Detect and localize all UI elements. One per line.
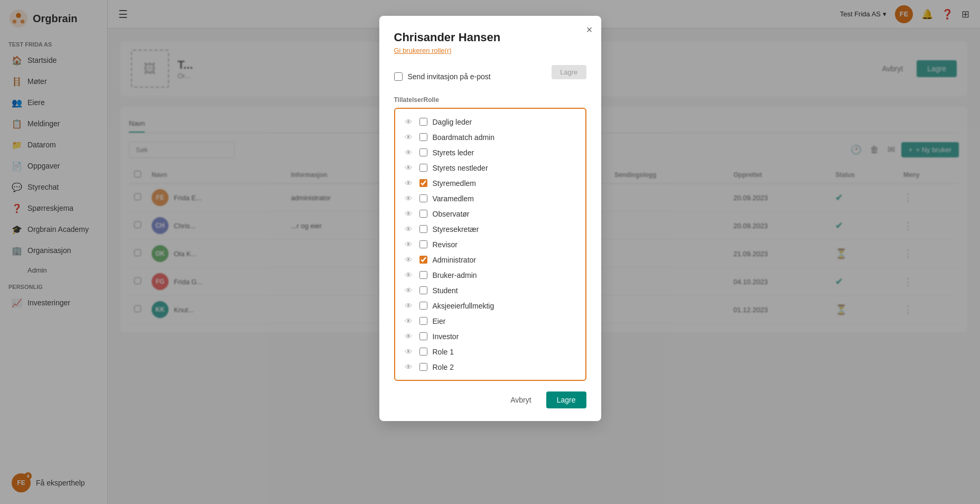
- role-label: Aksjeeierfullmektig: [433, 302, 494, 310]
- role-checkbox[interactable]: [419, 118, 427, 126]
- eye-icon: 👁: [404, 133, 414, 142]
- send-invite-checkbox[interactable]: [394, 72, 403, 81]
- role-label: Investor: [433, 332, 459, 341]
- role-item: 👁 Varamedlem: [397, 191, 583, 206]
- role-checkbox[interactable]: [419, 271, 427, 279]
- role-label: Observatør: [433, 210, 470, 218]
- eye-icon: 👁: [404, 179, 414, 188]
- invite-row: Send invitasjon på e-post Lagre: [394, 65, 586, 88]
- role-item: 👁 Eier: [397, 313, 583, 329]
- role-item: 👁 Role 1: [397, 344, 583, 359]
- role-item: 👁 Revisor: [397, 237, 583, 252]
- modal-title: Chrisander Hansen: [394, 31, 586, 44]
- eye-icon: 👁: [404, 225, 414, 234]
- role-item: 👁 Investor: [397, 329, 583, 344]
- content-area: 🖼 T... Or... Styrets leder: Frida Elvevo…: [108, 29, 980, 504]
- role-item: 👁 Bruker-admin: [397, 267, 583, 283]
- role-label: Eier: [433, 317, 446, 325]
- role-item: 👁 Daglig leder: [397, 114, 583, 129]
- role-checkbox[interactable]: [419, 194, 427, 202]
- role-checkbox[interactable]: [419, 302, 427, 310]
- send-invite-label: Send invitasjon på e-post: [408, 72, 491, 81]
- col-header-tillatelser: Tillatelser: [394, 96, 424, 104]
- role-checkbox[interactable]: [419, 363, 427, 371]
- eye-icon: 👁: [404, 148, 414, 157]
- eye-icon: 👁: [404, 117, 414, 126]
- main-area: ☰ Test Frida AS ▾ FE 🔔 ❓ ⊞ 🖼 T...: [108, 0, 980, 504]
- role-label: Styremedlem: [433, 179, 476, 188]
- role-label: Student: [433, 286, 458, 295]
- role-item: 👁 Observatør: [397, 206, 583, 221]
- role-checkbox[interactable]: [419, 133, 427, 141]
- role-column-headers: Tillatelser Rolle: [394, 96, 586, 104]
- role-item: 👁 Styresekretær: [397, 221, 583, 237]
- eye-icon: 👁: [404, 332, 414, 341]
- role-checkbox[interactable]: [419, 148, 427, 156]
- role-checkbox[interactable]: [419, 179, 427, 187]
- role-label: Revisor: [433, 240, 458, 249]
- role-item: 👁 Student: [397, 283, 583, 298]
- save-button[interactable]: Lagre: [546, 391, 586, 408]
- role-label: Daglig leder: [433, 118, 472, 126]
- role-label: Boardmatch admin: [433, 133, 495, 142]
- role-checkbox[interactable]: [419, 210, 427, 218]
- eye-icon: 👁: [404, 286, 414, 295]
- role-item: 👁 Boardmatch admin: [397, 129, 583, 145]
- cancel-button[interactable]: Avbryt: [502, 391, 539, 408]
- role-label: Varamedlem: [433, 194, 474, 203]
- eye-icon: 👁: [404, 347, 414, 356]
- role-checkbox[interactable]: [419, 348, 427, 356]
- role-label: Role 2: [433, 363, 454, 371]
- eye-icon: 👁: [404, 163, 414, 172]
- role-checkbox[interactable]: [419, 286, 427, 294]
- role-checkbox[interactable]: [419, 240, 427, 248]
- modal-close-button[interactable]: ×: [586, 29, 593, 35]
- role-label: Styrets nestleder: [433, 164, 488, 172]
- modal-actions: Avbryt Lagre: [394, 391, 586, 408]
- eye-icon: 👁: [404, 209, 414, 218]
- modal-overlay[interactable]: Chrisander Hansen Gi brukeren rolle(r) ×…: [108, 29, 980, 504]
- role-list: 👁 Daglig leder 👁 Boardmatch admin 👁 Styr…: [394, 108, 586, 381]
- role-checkbox[interactable]: [419, 332, 427, 340]
- eye-icon: 👁: [404, 255, 414, 264]
- role-checkbox[interactable]: [419, 317, 427, 325]
- role-item: 👁 Administrator: [397, 252, 583, 267]
- eye-icon: 👁: [404, 301, 414, 310]
- role-checkbox[interactable]: [419, 256, 427, 264]
- eye-icon: 👁: [404, 194, 414, 203]
- eye-icon: 👁: [404, 316, 414, 325]
- role-label: Role 1: [433, 348, 454, 356]
- role-checkbox[interactable]: [419, 164, 427, 172]
- role-item: 👁 Role 2: [397, 359, 583, 375]
- role-item: 👁 Styrets leder: [397, 145, 583, 160]
- role-label: Administrator: [433, 256, 476, 264]
- role-item: 👁 Aksjeeierfullmektig: [397, 298, 583, 313]
- role-modal: Chrisander Hansen Gi brukeren rolle(r) ×…: [379, 29, 601, 421]
- role-checkbox[interactable]: [419, 225, 427, 233]
- invite-lagre-button[interactable]: Lagre: [552, 65, 586, 79]
- col-header-rolle: Rolle: [424, 96, 586, 104]
- eye-icon: 👁: [404, 362, 414, 371]
- eye-icon: 👁: [404, 270, 414, 279]
- role-label: Styresekretær: [433, 225, 479, 234]
- modal-subtitle[interactable]: Gi brukeren rolle(r): [394, 46, 586, 54]
- role-label: Bruker-admin: [433, 271, 477, 279]
- role-label: Styrets leder: [433, 148, 474, 157]
- role-item: 👁 Styremedlem: [397, 175, 583, 191]
- role-item: 👁 Styrets nestleder: [397, 160, 583, 175]
- eye-icon: 👁: [404, 240, 414, 249]
